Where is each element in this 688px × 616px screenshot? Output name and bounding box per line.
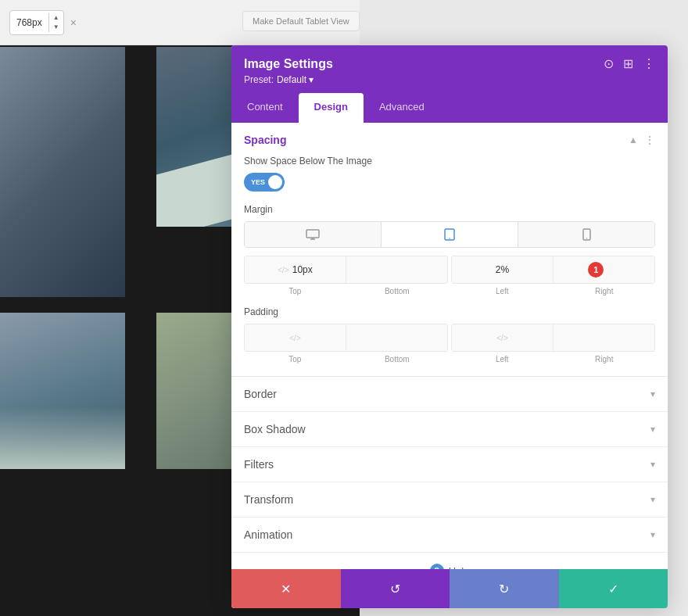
padding-right-input[interactable] (554, 324, 654, 351)
animation-title: Animation (244, 528, 292, 541)
transform-title: Transform (244, 493, 293, 506)
margin-bottom-input[interactable] (346, 256, 447, 283)
tab-design[interactable]: Design (299, 93, 364, 123)
spacing-menu-icon[interactable]: ⋮ (644, 134, 655, 146)
margin-top-icon: </> (278, 266, 288, 274)
toggle-row: YES (244, 173, 655, 192)
width-value: 768px (10, 17, 48, 28)
modal-title: Image Settings (244, 57, 333, 71)
margin-top-label: Top (244, 287, 346, 295)
svg-point-6 (586, 238, 586, 238)
margin-right-label: Right (554, 287, 656, 295)
animation-chevron: ▾ (650, 529, 655, 540)
margin-top-value: 10px (292, 264, 313, 275)
margin-badge: 1 (588, 262, 604, 278)
transform-chevron: ▾ (650, 494, 655, 505)
default-tablet-button[interactable]: Make Default Tablet View (242, 11, 360, 31)
desktop-icon (306, 229, 320, 240)
bg-image-bridge-vertical (0, 47, 125, 297)
toggle-knob (268, 175, 282, 189)
modal-tabs: Content Design Advanced (231, 93, 668, 123)
spacing-section-title: Spacing (244, 134, 286, 146)
stepper-down[interactable]: ▼ (49, 23, 63, 32)
modal-body: Spacing ▲ ⋮ Show Space Below The Image Y… (231, 123, 668, 569)
width-stepper[interactable]: 768px ▲ ▼ (9, 10, 64, 35)
filters-chevron: ▾ (650, 459, 655, 470)
border-chevron: ▾ (650, 389, 655, 399)
filters-section[interactable]: Filters ▾ (231, 447, 668, 482)
preset-dropdown[interactable]: Default ▾ (277, 74, 314, 85)
padding-sublabels-row: Top Bottom Left Right (244, 355, 655, 364)
spacing-section-controls: ▲ ⋮ (629, 134, 655, 146)
bg-image-bridge-water (0, 313, 125, 469)
padding-bottom-label: Bottom (346, 355, 449, 364)
margin-left-right-pair: 2% 1 (451, 256, 655, 284)
toolbar-close-button[interactable]: × (70, 16, 77, 29)
padding-top-label: Top (244, 355, 346, 364)
grid-icon[interactable]: ⊞ (623, 56, 633, 71)
margin-device-tabs (244, 221, 655, 248)
more-options-icon[interactable]: ⋮ (643, 56, 655, 71)
circle-icon[interactable]: ⊙ (604, 56, 614, 71)
show-space-label: Show Space Below The Image (244, 156, 655, 167)
margin-left-label: Left (451, 287, 554, 295)
preset-chevron: ▾ (309, 74, 314, 85)
margin-bottom-label: Bottom (346, 287, 449, 295)
margin-right-input[interactable] (554, 256, 654, 283)
modal-footer: ✕ ↺ ↻ ✓ (231, 569, 668, 608)
padding-left-icon: </> (496, 334, 507, 342)
help-row: ? Help (231, 553, 668, 569)
border-section[interactable]: Border ▾ (231, 377, 668, 412)
help-icon[interactable]: ? (430, 564, 444, 569)
undo-button[interactable]: ↺ (341, 569, 450, 608)
padding-left-input[interactable]: </> (452, 324, 554, 351)
save-button[interactable]: ✓ (559, 569, 668, 608)
show-space-toggle[interactable]: YES (244, 173, 285, 192)
device-tab-desktop[interactable] (245, 222, 382, 247)
margin-label: Margin (244, 204, 655, 215)
preset-row: Preset: Default ▾ (244, 74, 655, 85)
padding-top-bottom-pair: </> (244, 324, 448, 352)
preset-label: Preset: (244, 74, 274, 85)
spacing-section-header[interactable]: Spacing ▲ ⋮ (231, 123, 668, 146)
tab-content[interactable]: Content (231, 93, 299, 123)
spacing-section: Spacing ▲ ⋮ Show Space Below The Image Y… (231, 123, 668, 377)
modal-header-icons: ⊙ ⊞ ⋮ (604, 56, 655, 71)
padding-bottom-input[interactable] (346, 324, 447, 351)
preset-value: Default (277, 74, 306, 85)
stepper-arrows[interactable]: ▲ ▼ (48, 13, 63, 32)
margin-sublabels-row: Top Bottom Left Right (244, 287, 655, 295)
spacing-section-content: Show Space Below The Image YES Margin (231, 146, 668, 376)
box-shadow-title: Box Shadow (244, 423, 306, 435)
svg-point-4 (449, 238, 450, 239)
animation-section[interactable]: Animation ▾ (231, 518, 668, 553)
tablet-icon (444, 228, 455, 241)
svg-rect-0 (306, 230, 319, 238)
box-shadow-section[interactable]: Box Shadow ▾ (231, 412, 668, 447)
margin-left-value: 2% (496, 264, 509, 275)
padding-inputs-row: </> </> (244, 324, 655, 352)
margin-top-bottom-pair: </> 10px (244, 256, 448, 284)
padding-top-input[interactable]: </> (245, 324, 346, 351)
margin-top-input[interactable]: </> 10px (245, 256, 346, 283)
modal-title-row: Image Settings ⊙ ⊞ ⋮ (244, 56, 655, 71)
modal-panel: Image Settings ⊙ ⊞ ⋮ Preset: Default ▾ C… (231, 45, 668, 608)
transform-section[interactable]: Transform ▾ (231, 482, 668, 518)
margin-left-input[interactable]: 2% (452, 256, 554, 283)
device-tab-tablet[interactable] (382, 222, 518, 247)
redo-button[interactable]: ↻ (450, 569, 559, 608)
spacing-chevron-up[interactable]: ▲ (629, 134, 638, 145)
margin-inputs-row: </> 10px 2% (244, 256, 655, 284)
padding-left-right-pair: </> (451, 324, 655, 352)
modal-header: Image Settings ⊙ ⊞ ⋮ Preset: Default ▾ (231, 45, 668, 93)
padding-right-label: Right (554, 355, 656, 364)
padding-label: Padding (244, 306, 655, 317)
padding-top-icon: </> (289, 334, 300, 342)
toggle-yes-label: YES (247, 178, 265, 186)
device-tab-mobile[interactable] (518, 222, 654, 247)
stepper-up[interactable]: ▲ (49, 13, 63, 23)
mobile-icon (582, 228, 591, 241)
border-title: Border (244, 388, 277, 400)
tab-advanced[interactable]: Advanced (364, 93, 440, 123)
cancel-button[interactable]: ✕ (231, 569, 341, 608)
